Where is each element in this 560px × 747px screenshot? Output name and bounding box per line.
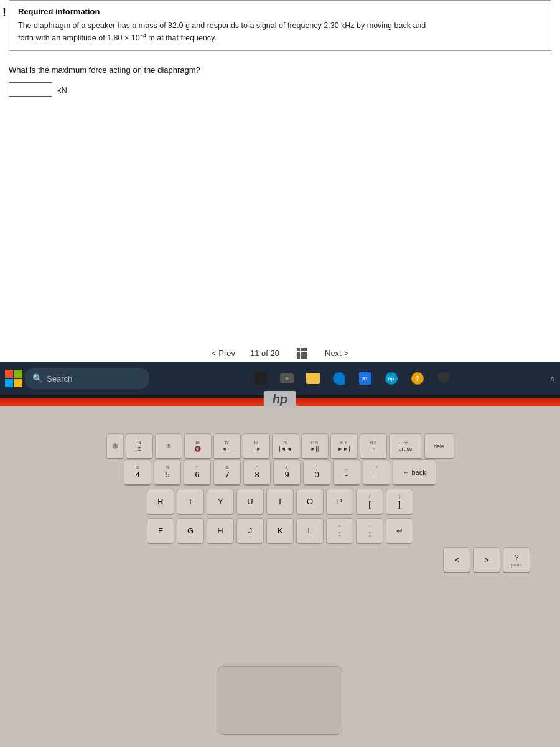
key-t[interactable]: T [177,489,204,515]
key-star[interactable]: ✱ [106,433,124,459]
key-greater-than[interactable]: > [473,547,500,573]
search-icon: 🔍 [32,374,43,383]
next-button[interactable]: Next > [325,349,348,358]
key-f[interactable]: F [147,518,174,544]
screen-content: ! Required information The diaphragm of … [0,0,560,395]
key-f11[interactable]: f11 ►►| [330,433,358,459]
key-f9[interactable]: f9 |◄◄ [272,433,299,459]
taskbar-edge-button[interactable] [328,367,350,390]
key-rbracket[interactable]: } ] [386,489,413,515]
grid-icon[interactable] [297,348,307,359]
taskbar: 🔍 Search [0,362,560,395]
question-text: What is the maximum force acting on the … [9,65,551,75]
number-key-row: $ 4 % 5 ^ 6 & 7 * 8 ( 9 ) 0 _ - [0,459,560,486]
hp-bezel-logo: hp [264,391,296,408]
key-k[interactable]: K [266,518,294,544]
key-7[interactable]: & 7 [213,459,241,486]
key-semicolon[interactable]: ' ; [356,518,383,544]
key-prtsc[interactable]: ins prt sc [389,433,422,459]
key-f6[interactable]: f6 🔇 [184,433,212,459]
edge-icon [333,372,345,385]
exclamation-mark: ! [2,6,6,19]
key-backspace[interactable]: ← back [393,459,436,486]
help-icon: ? [411,372,424,385]
taskbar-search-bar[interactable]: 🔍 Search [25,368,149,389]
required-info-title: Required information [18,7,542,16]
key-less-than[interactable]: < [443,547,470,573]
key-f5[interactable]: f5 [155,433,182,459]
taskbar-calendar-button[interactable]: 31 [354,367,376,390]
touchpad[interactable] [218,666,342,735]
key-0[interactable]: ) 0 [303,459,330,486]
key-question[interactable]: ? paus [503,547,530,573]
app1-icon [254,372,267,385]
taskbar-camera-button[interactable] [276,367,298,390]
taskbar-chevron-up[interactable]: ∧ [549,374,555,383]
key-f7[interactable]: f7 ◄— [213,433,241,459]
key-g[interactable]: G [177,518,204,544]
key-4[interactable]: $ 4 [124,459,151,486]
rtyui-key-row: R T Y U I O P { [ } ] [0,489,560,515]
key-f4[interactable]: f4 ⊞ [126,433,153,459]
key-f10[interactable]: f10 ►|| [301,433,329,459]
key-f8[interactable]: f8 —► [243,433,270,459]
required-info-text: The diaphragm of a speaker has a mass of… [18,20,542,44]
arrow-key-row: < > ? paus [0,547,535,573]
key-9[interactable]: ( 9 [273,459,301,486]
key-8[interactable]: * 8 [243,459,271,486]
search-label: Search [47,374,72,383]
answer-input[interactable] [9,82,52,97]
key-r[interactable]: R [147,489,174,515]
key-del[interactable]: dele [424,433,454,459]
keyboard-area: ✱ f4 ⊞ f5 f6 🔇 f7 ◄— f8 —► f9 |◄◄ f10 ►|… [0,410,560,747]
required-info-box: Required information The diaphragm of a … [9,0,551,51]
taskbar-shield-button[interactable] [432,367,455,390]
taskbar-help-button[interactable]: ? [406,367,429,390]
shield-icon [438,372,449,385]
windows-start-button[interactable] [5,370,22,387]
folder-icon [306,373,320,384]
key-colon[interactable]: " : [326,518,353,544]
key-y[interactable]: Y [207,489,234,515]
next-label: Next > [325,349,348,358]
answer-row: kN [9,82,551,97]
key-o[interactable]: O [296,489,324,515]
key-6[interactable]: ^ 6 [184,459,211,486]
fghj-key-row: F G H J K L " : ' ; ↵ [0,518,560,544]
key-j[interactable]: J [236,518,264,544]
taskbar-hp-button[interactable]: hp [380,367,403,390]
navigation-bar: < Prev 11 of 20 Next > [0,348,560,359]
required-info-line2: forth with an amplitude of 1.80 × 10−4 m… [18,34,217,42]
camera-icon [280,374,294,383]
question-area: What is the maximum force acting on the … [9,65,551,97]
key-f12[interactable]: f12 → [360,433,387,459]
key-u[interactable]: U [236,489,264,515]
key-p[interactable]: P [326,489,353,515]
required-info-line1: The diaphragm of a speaker has a mass of… [18,21,426,30]
key-minus[interactable]: _ - [333,459,360,486]
calendar-icon: 31 [359,372,371,385]
taskbar-icons: 31 hp ? [154,367,549,390]
page-count: 11 of 20 [250,349,279,358]
taskbar-folder-button[interactable] [302,367,324,390]
key-5[interactable]: % 5 [154,459,181,486]
key-l[interactable]: L [296,518,324,544]
function-key-row: ✱ f4 ⊞ f5 f6 🔇 f7 ◄— f8 —► f9 |◄◄ f10 ►|… [0,428,560,459]
key-equals[interactable]: + = [363,459,390,486]
hp-icon: hp [385,372,398,385]
taskbar-app-1[interactable] [250,367,272,390]
key-i[interactable]: I [266,489,294,515]
key-enter-arrow[interactable]: ↵ [386,518,413,544]
taskbar-right: ∧ [549,374,555,383]
key-lbracket[interactable]: { [ [356,489,383,515]
answer-unit: kN [57,85,67,95]
prev-label: < Prev [212,349,235,358]
laptop-screen: ! Required information The diaphragm of … [0,0,560,398]
prev-button[interactable]: < Prev [212,349,235,358]
key-h[interactable]: H [207,518,234,544]
